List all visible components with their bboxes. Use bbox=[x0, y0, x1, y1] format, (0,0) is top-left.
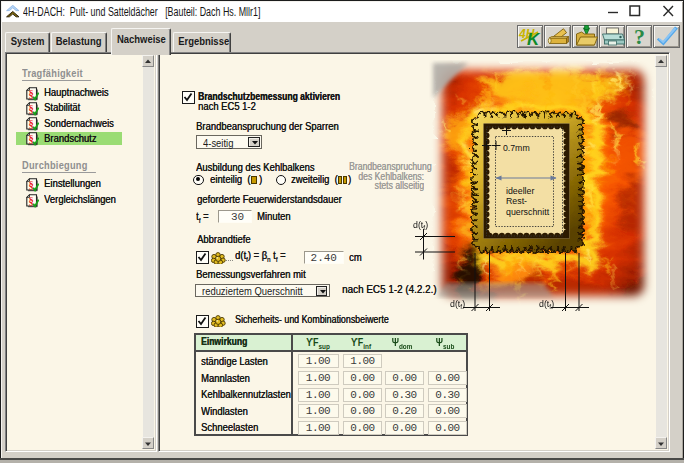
svg-text:ideeller: ideeller bbox=[506, 186, 534, 197]
svg-text:querschnitt: querschnitt bbox=[506, 206, 549, 217]
svg-text:d(tf): d(tf) bbox=[450, 299, 465, 312]
svg-text:K: K bbox=[527, 30, 541, 48]
svg-text:Rest-: Rest- bbox=[506, 196, 527, 207]
svg-text:0.7mm: 0.7mm bbox=[503, 143, 530, 153]
svg-text:?: ? bbox=[634, 25, 645, 48]
svg-text:d(tf): d(tf) bbox=[413, 220, 428, 233]
